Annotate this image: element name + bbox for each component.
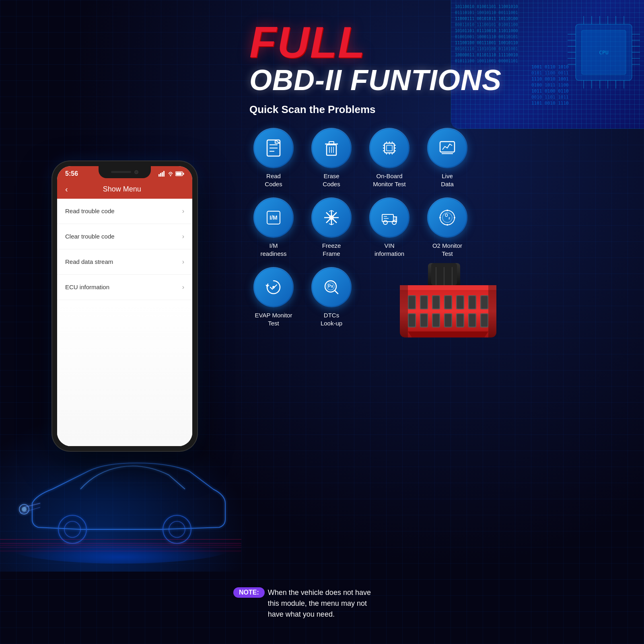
back-arrow-icon[interactable]: ‹ <box>65 185 68 194</box>
feature-icon-evap-wrap <box>253 267 294 307</box>
svg-rect-154 <box>445 314 451 327</box>
svg-rect-64 <box>176 172 182 175</box>
svg-rect-144 <box>409 296 415 309</box>
dtcs-icon: Px <box>321 277 342 298</box>
obd-title: OBD-II FUNTIONS <box>249 64 632 96</box>
svg-text:O: O <box>445 213 448 218</box>
chart-icon <box>437 138 458 158</box>
obd-connector-svg <box>388 263 508 352</box>
svg-rect-60 <box>160 173 161 177</box>
svg-rect-152 <box>421 314 427 327</box>
chevron-right-icon: › <box>182 208 184 215</box>
feature-onboard: On-BoardMonitor Test <box>365 128 414 188</box>
menu-item-clear-trouble[interactable]: Clear trouble code › <box>57 224 192 249</box>
im-icon: I/M <box>263 207 284 228</box>
svg-rect-153 <box>433 314 439 327</box>
svg-rect-151 <box>409 314 415 327</box>
right-section: FULL OBD-II FUNTIONS Quick Scan the Prob… <box>233 0 644 644</box>
svg-rect-149 <box>469 296 475 309</box>
svg-rect-146 <box>433 296 439 309</box>
svg-rect-90 <box>440 142 455 152</box>
feature-icon-dtcs-wrap: Px <box>311 267 352 307</box>
menu-item-label: Clear trouble code <box>65 233 115 240</box>
svg-rect-72 <box>329 142 334 144</box>
svg-rect-155 <box>457 314 463 327</box>
menu-item-read-data[interactable]: Read data stream › <box>57 249 192 275</box>
menu-item-label: ECU information <box>65 284 109 290</box>
feature-icon-vin-wrap <box>369 198 409 238</box>
feature-label-read-codes: ReadCodes <box>265 172 282 188</box>
svg-rect-148 <box>457 296 463 309</box>
status-icons <box>158 171 184 177</box>
feature-label-evap: EVAP MonitorTest <box>255 311 292 327</box>
menu-item-read-trouble[interactable]: Read trouble code › <box>57 199 192 224</box>
phone-screen: 5:56 <box>57 166 192 446</box>
svg-rect-129 <box>400 285 496 290</box>
status-time: 5:56 <box>65 170 78 177</box>
svg-rect-156 <box>469 314 475 327</box>
phone-container: 5:56 <box>0 0 249 644</box>
obd-connector-container <box>388 263 508 353</box>
feature-icon-erase-codes-wrap <box>311 128 352 168</box>
chevron-right-icon: › <box>182 233 184 240</box>
svg-point-104 <box>383 220 387 224</box>
app-header: ‹ Show Menu <box>57 180 192 199</box>
phone-frame: 5:56 <box>52 161 197 451</box>
svg-rect-65 <box>183 173 184 175</box>
svg-text:2: 2 <box>449 216 451 220</box>
chevron-right-icon: › <box>182 284 184 291</box>
wifi-icon <box>167 171 174 177</box>
svg-rect-150 <box>481 296 488 309</box>
feature-read-codes: ReadCodes <box>249 128 298 188</box>
evap-icon <box>263 277 284 298</box>
svg-marker-118 <box>265 285 270 287</box>
feature-label-o2: O2 MonitorTest <box>432 242 462 257</box>
feature-erase-codes: EraseCodes <box>307 128 356 188</box>
feature-icon-read-codes-wrap <box>253 128 294 168</box>
feature-dtcs: Px DTCsLook-up <box>307 267 356 327</box>
phone-notch <box>99 166 151 178</box>
feature-freeze: FreezeFrame <box>307 198 356 257</box>
features-row3-container: EVAP MonitorTest Px DTCsLook-up <box>249 267 632 353</box>
feature-live-data: LiveData <box>423 128 471 188</box>
feature-icon-onboard-wrap <box>369 128 409 168</box>
svg-point-114 <box>446 210 448 211</box>
feature-icon-live-data-wrap <box>427 128 467 168</box>
svg-rect-157 <box>481 314 488 327</box>
feature-im: I/M I/Mreadiness <box>249 198 298 257</box>
app-header-title: Show Menu <box>74 185 170 193</box>
menu-item-label: Read data stream <box>65 258 113 265</box>
features-row3: EVAP MonitorTest Px DTCsLook-up <box>249 267 356 327</box>
notch-camera <box>134 170 138 174</box>
svg-rect-77 <box>387 145 392 151</box>
svg-line-123 <box>335 290 338 294</box>
svg-rect-145 <box>421 296 427 309</box>
svg-point-116 <box>446 224 448 226</box>
feature-label-dtcs: DTCsLook-up <box>321 311 342 327</box>
svg-point-115 <box>454 217 455 218</box>
feature-icon-freeze-wrap <box>311 198 352 238</box>
menu-item-ecu[interactable]: ECU information › <box>57 275 192 300</box>
feature-label-live-data: LiveData <box>441 172 454 188</box>
features-row2: I/M I/Mreadiness FreezeFra <box>249 198 632 257</box>
note-section: NOTE: When the vehicle does not havethis… <box>233 587 628 620</box>
trash-icon <box>321 138 342 158</box>
signal-icon <box>158 171 166 177</box>
chip-icon <box>379 138 400 158</box>
battery-icon <box>175 171 184 176</box>
feature-label-erase-codes: EraseCodes <box>323 172 340 188</box>
feature-label-im: I/Mreadiness <box>260 242 286 257</box>
feature-evap: EVAP MonitorTest <box>249 267 298 327</box>
menu-item-label: Read trouble code <box>65 208 115 214</box>
svg-point-117 <box>439 217 441 218</box>
feature-icon-im-wrap: I/M <box>253 198 294 238</box>
document-icon <box>263 138 284 158</box>
menu-bottom-space <box>57 300 192 446</box>
svg-rect-76 <box>385 143 394 153</box>
feature-icon-o2-wrap: O 2 <box>427 198 467 238</box>
svg-text:I/M: I/M <box>270 214 277 221</box>
phone-wrapper: 5:56 <box>52 161 197 451</box>
features-row1: ReadCodes EraseCodes <box>249 128 632 188</box>
feature-label-vin: VINinformation <box>374 242 404 257</box>
full-title: FULL <box>249 20 632 64</box>
